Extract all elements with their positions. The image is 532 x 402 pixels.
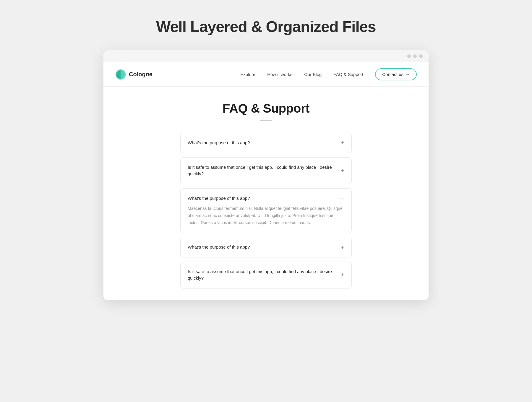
nav-link-faq-support[interactable]: FAQ & Support <box>333 72 363 77</box>
faq-question-3: What's the purpose of this app? <box>188 195 338 202</box>
browser-dot-3 <box>419 54 423 58</box>
faq-header-4[interactable]: What's the purpose of this app? + <box>181 237 351 257</box>
nav-link-our-blog[interactable]: Our Blog <box>304 72 322 77</box>
contact-us-label: Contact us <box>382 72 403 77</box>
contact-us-button[interactable]: Contact us → <box>375 68 417 80</box>
browser-dot-2 <box>413 54 417 58</box>
faq-question-5: Is it safe to assume that once I get thi… <box>188 268 341 282</box>
nav-links: Explore How it works Our Blog FAQ & Supp… <box>240 68 417 80</box>
nav-link-how-it-works[interactable]: How it works <box>267 72 292 77</box>
faq-header-5[interactable]: Is it safe to assume that once I get thi… <box>181 262 351 288</box>
faq-answer-3: Maecenas faucibus fermentum nisl. Nulla … <box>188 205 344 226</box>
nav-link-explore[interactable]: Explore <box>240 72 255 77</box>
faq-icon-1: + <box>341 140 344 146</box>
outer-page-title: Well Layered & Organized Files <box>156 18 376 35</box>
faq-list: What's the purpose of this app? + Is it … <box>180 133 352 288</box>
faq-icon-3: — <box>338 195 344 201</box>
faq-body-3: Maecenas faucibus fermentum nisl. Nulla … <box>181 205 351 233</box>
faq-item-1: What's the purpose of this app? + <box>180 133 352 153</box>
faq-item-2: Is it safe to assume that once I get thi… <box>180 157 352 184</box>
faq-icon-4: + <box>341 244 344 250</box>
browser-content: Cologne Explore How it works Our Blog FA… <box>103 62 429 300</box>
main-content: FAQ & Support What's the purpose of this… <box>103 87 429 300</box>
browser-dots <box>407 54 423 58</box>
faq-item-3: What's the purpose of this app? — Maecen… <box>180 188 352 233</box>
browser-window: Cologne Explore How it works Our Blog FA… <box>103 50 429 300</box>
contact-us-arrow: → <box>405 72 410 77</box>
faq-question-1: What's the purpose of this app? <box>188 140 341 146</box>
faq-section-title: FAQ & Support <box>115 101 417 116</box>
logo[interactable]: Cologne <box>115 69 153 80</box>
faq-header-1[interactable]: What's the purpose of this app? + <box>181 133 351 153</box>
faq-question-4: What's the purpose of this app? <box>188 244 341 251</box>
faq-item-4: What's the purpose of this app? + <box>180 237 352 257</box>
faq-question-2: Is it safe to assume that once I get thi… <box>188 164 341 177</box>
browser-dot-1 <box>407 54 411 58</box>
browser-chrome <box>103 50 429 62</box>
faq-item-5: Is it safe to assume that once I get thi… <box>180 262 352 288</box>
faq-header-2[interactable]: Is it safe to assume that once I get thi… <box>181 158 351 184</box>
logo-text: Cologne <box>129 71 153 78</box>
faq-icon-2: + <box>341 168 344 174</box>
logo-icon <box>115 69 126 80</box>
navbar: Cologne Explore How it works Our Blog FA… <box>103 62 429 87</box>
faq-header-3[interactable]: What's the purpose of this app? — <box>181 189 351 205</box>
faq-icon-5: + <box>341 272 344 278</box>
section-divider <box>260 120 272 121</box>
